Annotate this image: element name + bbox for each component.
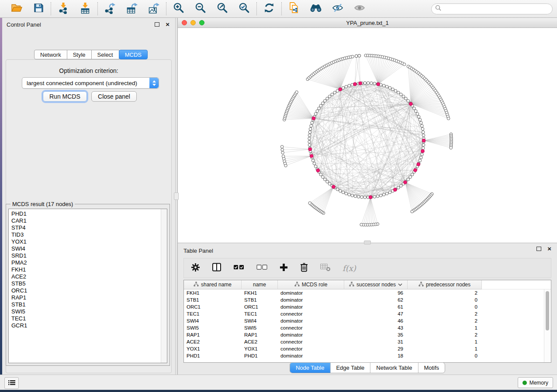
table-cell: RAP1 [184, 332, 242, 337]
tab-mcds[interactable]: MCDS [119, 50, 148, 59]
mcds-result-item[interactable]: ACE2 [9, 273, 161, 280]
mcds-result-item[interactable]: TID3 [9, 231, 161, 238]
table-cell: 1 [408, 325, 482, 330]
mcds-result-item[interactable]: STB5 [9, 280, 161, 287]
task-history-button[interactable] [4, 377, 19, 389]
close-icon: × [547, 247, 551, 251]
zoom-selected-button[interactable] [238, 2, 251, 15]
copy-network-button[interactable] [287, 2, 301, 15]
mcds-result-list[interactable]: PHD1CAR1STP4TID3YOX1SWI4SRD1PMA2FKH1ACE2… [8, 209, 167, 363]
column-header-name[interactable]: name [242, 280, 278, 289]
export-network-button[interactable] [104, 2, 117, 15]
refresh-view-button[interactable] [263, 2, 276, 15]
import-network-button[interactable] [57, 2, 70, 15]
column-header-successor-nodes[interactable]: successor nodes [344, 280, 408, 289]
table-row[interactable]: TEC1TEC1connector472 [184, 310, 544, 317]
zoom-out-button[interactable] [194, 2, 207, 15]
table-row[interactable]: PHD1PHD1dominator180 [184, 352, 544, 359]
tab-select[interactable]: Select [91, 50, 119, 59]
table-panel-close-button[interactable]: × [547, 247, 551, 251]
table-row[interactable]: ORC1ORC1dominator610 [184, 303, 544, 310]
table-cell: SWI5 [242, 325, 278, 330]
mcds-result-item[interactable]: SWI4 [9, 245, 161, 252]
run-mcds-button[interactable]: Run MCDS [43, 91, 87, 102]
select-all-button[interactable] [233, 264, 245, 272]
mcds-result-item[interactable]: PHD1 [9, 210, 161, 217]
table-row[interactable]: FKH1FKH1dominator962 [184, 289, 544, 296]
table-cell: RAP1 [242, 332, 278, 337]
mcds-result-item[interactable]: SWI5 [9, 308, 161, 315]
table-cell: 43 [344, 325, 408, 330]
mcds-result-item[interactable]: CAR1 [9, 217, 161, 224]
tab-network-table[interactable]: Network Table [370, 363, 418, 373]
save-icon [33, 3, 44, 15]
column-header-shared-name[interactable]: shared name [184, 280, 242, 289]
table-settings-button[interactable] [191, 263, 200, 274]
zoom-fit-icon [217, 2, 228, 15]
table-panel-float-button[interactable] [536, 247, 541, 251]
table-cell: 0 [408, 297, 482, 303]
function-builder-button[interactable]: f(x) [343, 264, 356, 273]
mcds-result-item[interactable]: STB1 [9, 301, 161, 308]
table-panel-splitter-grip[interactable] [364, 241, 371, 244]
table-row[interactable]: SWI5SWI5connector431 [184, 324, 544, 331]
copy-network-icon [288, 2, 300, 16]
app-window: Control Panel × NetworkStyleSelectMCDS O… [0, 0, 557, 392]
splitter-grip[interactable] [174, 193, 179, 200]
hide-selected-button[interactable] [331, 2, 344, 15]
search-input[interactable] [443, 5, 549, 12]
mcds-result-item[interactable]: RAP1 [9, 294, 161, 301]
export-image-button[interactable] [147, 2, 160, 15]
search-box[interactable] [431, 3, 553, 14]
tab-node-table[interactable]: Node Table [290, 363, 330, 373]
table-cell: dominator [278, 318, 344, 323]
tab-style[interactable]: Style [67, 50, 92, 59]
table-row[interactable]: RAP1RAP1dominator352 [184, 331, 544, 338]
mcds-result-item[interactable]: ORC1 [9, 287, 161, 294]
control-panel-float-button[interactable] [155, 22, 159, 27]
close-icon: × [166, 22, 170, 27]
show-column-panel-button[interactable] [212, 262, 221, 274]
column-header-predecessor-nodes[interactable]: predecessor nodes [408, 280, 482, 289]
close-panel-button[interactable]: Close panel [91, 91, 137, 102]
table-cell: TEC1 [242, 311, 278, 316]
mcds-result-scrollbar[interactable] [161, 209, 167, 363]
control-panel-close-button[interactable]: × [166, 22, 170, 27]
deselect-all-button[interactable] [256, 264, 268, 272]
table-row[interactable]: ACE2ACE2connector311 [184, 338, 544, 345]
criterion-select[interactable]: largest connected component (undirected) [22, 77, 159, 89]
tab-network[interactable]: Network [34, 50, 67, 59]
show-all-button[interactable] [353, 2, 366, 15]
mcds-result-item[interactable]: STP4 [9, 224, 161, 231]
mcds-result-item[interactable]: SRD1 [9, 252, 161, 259]
mcds-result-item[interactable]: PMA2 [9, 259, 161, 266]
first-neighbors-button[interactable] [309, 2, 322, 15]
table-cell: 46 [344, 318, 408, 323]
mcds-result-item[interactable]: FKH1 [9, 266, 161, 273]
table-row[interactable]: YOX1YOX1connector291 [184, 345, 544, 352]
mcds-result-item[interactable]: TEC1 [9, 315, 161, 322]
zoom-fit-button[interactable] [216, 2, 229, 15]
control-panel-tabs: NetworkStyleSelectMCDS [34, 50, 148, 59]
table-cell: connector [278, 339, 344, 344]
column-header-MCDS-role[interactable]: MCDS role [278, 280, 344, 289]
mcds-result-item[interactable]: YOX1 [9, 238, 161, 245]
scrollbar-thumb[interactable] [546, 291, 549, 330]
save-session-button[interactable] [32, 2, 45, 15]
memory-button[interactable]: Memory [518, 377, 553, 388]
tab-edge-table[interactable]: Edge Table [330, 363, 370, 373]
tab-motifs[interactable]: Motifs [418, 363, 445, 373]
delete-column-button[interactable] [300, 262, 308, 274]
open-file-button[interactable] [10, 2, 23, 15]
export-table-button[interactable] [125, 2, 138, 15]
delete-table-button[interactable] [320, 263, 331, 273]
table-row[interactable]: STB1STB1dominator620 [184, 296, 544, 303]
network-canvas[interactable] [178, 28, 557, 243]
add-column-button[interactable] [280, 263, 288, 273]
table-scrollbar[interactable] [544, 289, 551, 362]
mcds-result-item[interactable]: GCR1 [9, 322, 161, 329]
import-table-button[interactable] [79, 2, 92, 15]
table-cell: 18 [344, 353, 408, 358]
table-row[interactable]: SWI4SWI4dominator462 [184, 317, 544, 324]
zoom-in-button[interactable] [172, 2, 185, 15]
